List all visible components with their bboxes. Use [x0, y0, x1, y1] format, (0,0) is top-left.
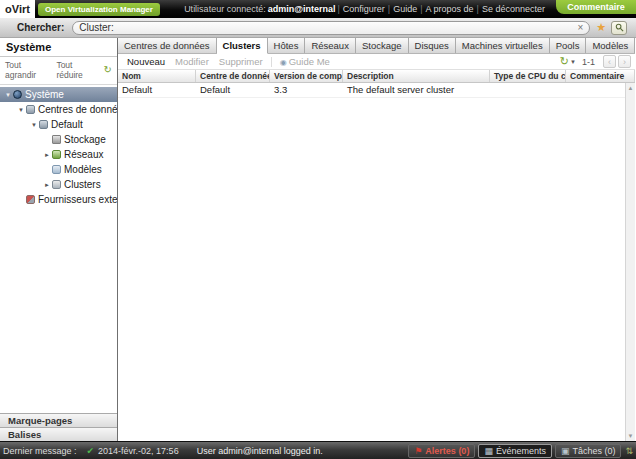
- tree-item-clusters[interactable]: ► Clusters: [0, 177, 117, 192]
- bookmark-star-icon[interactable]: ★: [596, 22, 606, 33]
- refresh-caret-icon[interactable]: ▼: [570, 59, 576, 65]
- cluster-table-body: Default Default 3.3 The default server c…: [118, 83, 635, 441]
- about-link[interactable]: A propos de: [426, 4, 474, 14]
- tab-hotes[interactable]: Hôtes: [268, 38, 306, 53]
- refresh-icon[interactable]: ↻: [560, 56, 569, 67]
- tree-item-label: Système: [25, 89, 64, 100]
- tree-item-fournisseurs-externes[interactable]: Fournisseurs externes: [0, 192, 117, 207]
- table-row-default-cluster[interactable]: Default Default 3.3 The default server c…: [118, 83, 626, 98]
- events-icon: ▦: [484, 446, 493, 456]
- collapse-statusbar-icon[interactable]: ⇅: [625, 446, 633, 456]
- tree-refresh-icon[interactable]: ↻: [104, 65, 112, 75]
- last-message-label: Dernier message :: [3, 446, 77, 456]
- search-button[interactable]: [611, 21, 627, 35]
- tab-stockage[interactable]: Stockage: [356, 38, 409, 53]
- cell-nom: Default: [118, 83, 196, 97]
- expander-icon[interactable]: ▼: [30, 122, 38, 128]
- tree-item-reseaux[interactable]: ► Réseaux: [0, 147, 117, 162]
- tags-panel-header[interactable]: Balises: [0, 427, 117, 441]
- top-bar: oVirt Open Virtualization Manager Utilis…: [0, 0, 636, 18]
- vertical-scrollbar[interactable]: ▲ ▼: [625, 83, 635, 441]
- tab-centres-de-donnees[interactable]: Centres de données: [118, 38, 217, 53]
- ovirt-manager-window: oVirt Open Virtualization Manager Utilis…: [0, 0, 636, 459]
- tab-modeles[interactable]: Modèles: [586, 38, 635, 53]
- remove-button[interactable]: Supprimer: [219, 56, 263, 67]
- external-providers-icon: [26, 195, 35, 204]
- tree-item-centres-de-donnees[interactable]: ▼ Centres de données: [0, 102, 117, 117]
- tasks-button[interactable]: ▣ Tâches (0): [555, 444, 622, 458]
- expander-icon[interactable]: ▼: [4, 92, 12, 98]
- column-header-centre-de-donnees[interactable]: Centre de données: [196, 70, 270, 82]
- datacenter-icon: [26, 105, 35, 114]
- main-tabs: Centres de données Clusters Hôtes Réseau…: [118, 38, 635, 54]
- events-button[interactable]: ▦ Événements: [478, 444, 552, 458]
- search-input[interactable]: [79, 22, 577, 33]
- alerts-label: Alertes (0): [425, 446, 469, 456]
- tasks-label: Tâches (0): [572, 446, 615, 456]
- toolbar-divider: [271, 57, 272, 67]
- guide-me-button[interactable]: ◉Guide Me: [280, 56, 330, 67]
- tab-machines-virtuelles[interactable]: Machines virtuelles: [456, 38, 550, 53]
- template-icon: [52, 165, 61, 174]
- tasks-icon: ▣: [561, 446, 570, 456]
- scroll-up-icon[interactable]: ▲: [628, 83, 634, 93]
- search-bar: Chercher: × ★: [0, 18, 636, 38]
- expand-all-link[interactable]: Tout agrandir: [5, 60, 48, 80]
- signout-link[interactable]: Se déconnecter: [482, 4, 545, 14]
- alerts-button[interactable]: ⚑ Alertes (0): [408, 444, 475, 458]
- bookmarks-panel-header[interactable]: Marque-pages: [0, 413, 117, 427]
- ovirt-logo: oVirt: [0, 0, 35, 18]
- datacenter-icon: [39, 120, 48, 129]
- tree-controls: Tout agrandir Tout réduire ↻: [0, 57, 117, 85]
- column-header-description[interactable]: Description: [343, 70, 490, 82]
- tree-item-default[interactable]: ▼ Default: [0, 117, 117, 132]
- collapse-all-link[interactable]: Tout réduire: [56, 60, 95, 80]
- configure-link[interactable]: Configurer: [343, 4, 385, 14]
- column-header-nom[interactable]: Nom: [118, 70, 196, 82]
- cell-description: The default server cluster: [343, 83, 490, 97]
- guide-me-label: Guide Me: [289, 56, 330, 67]
- expander-icon[interactable]: ►: [43, 152, 51, 158]
- expander-icon[interactable]: ▼: [17, 107, 25, 113]
- tree-item-label: Centres de données: [38, 104, 128, 115]
- cell-centre-de-donnees: Default: [196, 83, 270, 97]
- edit-button[interactable]: Modifier: [175, 56, 209, 67]
- sidebar-title: Système: [0, 38, 117, 57]
- column-header-commentaire[interactable]: Commentaire: [566, 70, 635, 82]
- cell-version: 3.3: [270, 83, 343, 97]
- tree-item-label: Modèles: [64, 164, 102, 175]
- tab-pools[interactable]: Pools: [550, 38, 587, 53]
- feedback-tab[interactable]: Commentaire: [556, 0, 636, 14]
- storage-icon: [52, 135, 61, 144]
- session-user: admin@internal: [268, 4, 336, 14]
- tab-reseaux[interactable]: Réseaux: [305, 38, 356, 53]
- tree-item-systeme[interactable]: ▼ Système: [0, 87, 117, 102]
- next-page-button[interactable]: ›: [618, 55, 631, 68]
- expander-icon[interactable]: ►: [43, 182, 51, 188]
- tree-item-modeles[interactable]: Modèles: [0, 162, 117, 177]
- tree-item-label: Clusters: [64, 179, 101, 190]
- clear-search-icon[interactable]: ×: [577, 23, 583, 33]
- tree-item-label: Réseaux: [64, 149, 103, 160]
- column-header-type-cpu[interactable]: Type de CPU du cluster: [490, 70, 566, 82]
- tab-disques[interactable]: Disques: [409, 38, 456, 53]
- prev-page-button[interactable]: ‹: [603, 55, 616, 68]
- scroll-down-icon[interactable]: ▼: [628, 431, 634, 441]
- column-header-version[interactable]: Version de compatibilité: [270, 70, 343, 82]
- system-tree-sidebar: Système Tout agrandir Tout réduire ↻ ▼ S…: [0, 38, 118, 441]
- main-content: Centres de données Clusters Hôtes Réseau…: [117, 38, 635, 441]
- search-label: Chercher:: [17, 22, 64, 33]
- cluster-table-header: Nom Centre de données Version de compati…: [118, 70, 635, 83]
- tree-item-stockage[interactable]: Stockage: [0, 132, 117, 147]
- tab-clusters[interactable]: Clusters: [217, 38, 268, 54]
- guide-link[interactable]: Guide: [393, 4, 417, 14]
- cell-commentaire: [566, 83, 626, 97]
- cluster-icon: [52, 180, 61, 189]
- sidebar-spacer: [0, 207, 117, 413]
- pagination-range: 1-1: [582, 57, 595, 67]
- new-button[interactable]: Nouveau: [127, 56, 165, 67]
- search-pill: ×: [72, 21, 590, 35]
- system-tree: ▼ Système ▼ Centres de données ▼ Default…: [0, 85, 117, 207]
- status-bar: Dernier message : ✔ 2014-févr.-02, 17:56…: [0, 441, 636, 459]
- network-icon: [52, 150, 61, 159]
